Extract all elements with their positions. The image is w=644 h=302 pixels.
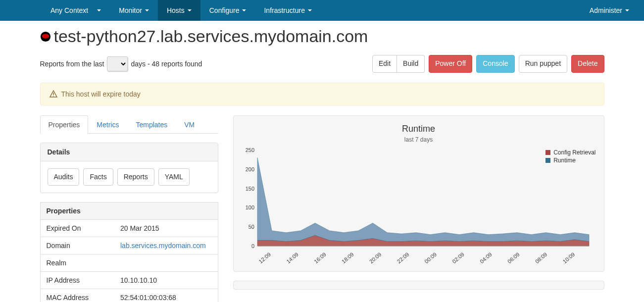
nav-configure[interactable]: Configure: [200, 0, 255, 21]
table-row: MAC Address52:54:01:00:03:68: [40, 289, 218, 302]
property-link[interactable]: lab.services.mydomain.com: [120, 242, 206, 250]
nav-monitor[interactable]: Monitor: [110, 0, 158, 21]
audits-button[interactable]: Audits: [48, 168, 80, 186]
power-off-button[interactable]: Power Off: [429, 55, 472, 73]
days-select[interactable]: [107, 56, 128, 71]
svg-text:02:09: 02:09: [451, 251, 465, 264]
property-label: IP Address: [40, 272, 114, 289]
property-label: Expired On: [40, 220, 114, 237]
detail-tabs: Properties Metrics Templates VM: [40, 115, 218, 134]
svg-text:08:09: 08:09: [534, 251, 548, 264]
svg-text:100: 100: [245, 204, 254, 210]
next-chart-panel: [233, 281, 604, 290]
nav-administer[interactable]: Administer: [581, 0, 644, 21]
svg-text:14:09: 14:09: [285, 251, 299, 264]
edit-button[interactable]: Edit: [372, 55, 397, 73]
chart-legend: Config Retrieval Runtime: [545, 149, 595, 165]
legend-config-retrieval: Config Retrieval: [545, 149, 595, 156]
reports-filter: Reports from the last days - 48 reports …: [40, 56, 372, 71]
context-label: Any Context: [50, 6, 88, 14]
table-row: Expired On20 Mar 2015: [40, 220, 218, 237]
reports-suffix: days - 48 reports found: [131, 60, 202, 68]
tab-metrics[interactable]: Metrics: [88, 115, 127, 134]
alert-text: This host will expire today: [61, 90, 141, 98]
details-panel: Details Audits Facts Reports YAML: [40, 143, 218, 194]
facts-button[interactable]: Facts: [83, 168, 113, 186]
svg-text:18:09: 18:09: [340, 251, 354, 264]
runtime-chart-panel: Runtime last 7 days 05010015020025012:09…: [233, 115, 604, 272]
svg-text:00:09: 00:09: [423, 251, 438, 264]
run-puppet-button[interactable]: Run puppet: [519, 55, 567, 73]
page-title: test-python27.lab.services.mydomain.com: [54, 27, 368, 46]
svg-text:22:09: 22:09: [396, 251, 410, 264]
chevron-down-icon: [242, 9, 246, 11]
chevron-down-icon: [625, 9, 629, 11]
svg-text:10:09: 10:09: [561, 251, 576, 264]
context-switcher[interactable]: Any Context: [42, 0, 110, 21]
legend-label: Config Retrieval: [553, 149, 595, 156]
chart-title: Runtime: [238, 124, 600, 134]
legend-label: Runtime: [553, 157, 576, 164]
redhat-icon: [40, 31, 51, 42]
svg-point-1: [42, 34, 49, 38]
svg-text:50: 50: [248, 224, 254, 230]
nav-item-label: Infrastructure: [264, 6, 304, 14]
table-row: Realm: [40, 254, 218, 272]
property-label: MAC Address: [40, 289, 114, 302]
nav-item-label: Monitor: [119, 6, 142, 14]
table-row: Domainlab.services.mydomain.com: [40, 237, 218, 254]
tab-vm[interactable]: VM: [176, 115, 203, 134]
property-value: 52:54:01:00:03:68: [114, 289, 218, 302]
action-buttons: Edit Build Power Off Console Run puppet …: [372, 55, 604, 73]
properties-table: Properties Expired On20 Mar 2015Domainla…: [40, 202, 218, 302]
nav-item-label: Hosts: [167, 6, 185, 14]
chevron-down-icon: [145, 9, 149, 11]
chart-area: 05010015020025012:0914:0916:0918:0920:09…: [238, 147, 600, 267]
svg-text:200: 200: [245, 166, 254, 172]
console-button[interactable]: Console: [476, 55, 514, 73]
toolbar: Reports from the last days - 48 reports …: [40, 55, 604, 73]
svg-text:16:09: 16:09: [313, 251, 327, 264]
svg-text:250: 250: [245, 147, 254, 153]
chevron-down-icon: [97, 9, 101, 11]
tab-properties[interactable]: Properties: [40, 115, 89, 134]
page-header: test-python27.lab.services.mydomain.com: [40, 27, 604, 46]
build-button[interactable]: Build: [397, 55, 425, 73]
property-value[interactable]: lab.services.mydomain.com: [114, 237, 218, 254]
top-nav: Any Context Monitor Hosts Configure Infr…: [0, 0, 644, 21]
reports-prefix: Reports from the last: [40, 60, 104, 68]
property-label: Realm: [40, 254, 114, 272]
svg-text:150: 150: [245, 185, 254, 191]
table-row: IP Address10.10.10.10: [40, 272, 218, 289]
chevron-down-icon: [308, 9, 312, 11]
chevron-down-icon: [188, 9, 192, 11]
nav-hosts[interactable]: Hosts: [158, 0, 200, 21]
yaml-button[interactable]: YAML: [158, 168, 190, 186]
property-label: Domain: [40, 237, 114, 254]
legend-runtime: Runtime: [545, 157, 595, 164]
expiry-alert: This host will expire today: [40, 83, 604, 105]
reports-button[interactable]: Reports: [117, 168, 154, 186]
svg-text:20:09: 20:09: [368, 251, 382, 264]
properties-heading: Properties: [40, 202, 114, 220]
tab-templates[interactable]: Templates: [127, 115, 176, 134]
property-value: [114, 254, 218, 272]
svg-text:04:09: 04:09: [479, 251, 493, 264]
property-value: 10.10.10.10: [114, 272, 218, 289]
nav-item-label: Administer: [590, 6, 622, 14]
details-heading: Details: [41, 143, 218, 161]
nav-item-label: Configure: [209, 6, 240, 14]
chart-subtitle: last 7 days: [238, 136, 600, 143]
svg-point-3: [53, 96, 54, 97]
warning-icon: [50, 90, 57, 98]
delete-button[interactable]: Delete: [571, 55, 604, 73]
svg-text:12:09: 12:09: [257, 251, 272, 264]
nav-infrastructure[interactable]: Infrastructure: [255, 0, 320, 21]
svg-text:0: 0: [251, 243, 254, 249]
svg-text:06:09: 06:09: [506, 251, 520, 264]
runtime-chart: 05010015020025012:0914:0916:0918:0920:09…: [238, 147, 594, 266]
legend-swatch: [545, 150, 550, 155]
legend-swatch: [545, 158, 550, 163]
property-value: 20 Mar 2015: [114, 220, 218, 237]
